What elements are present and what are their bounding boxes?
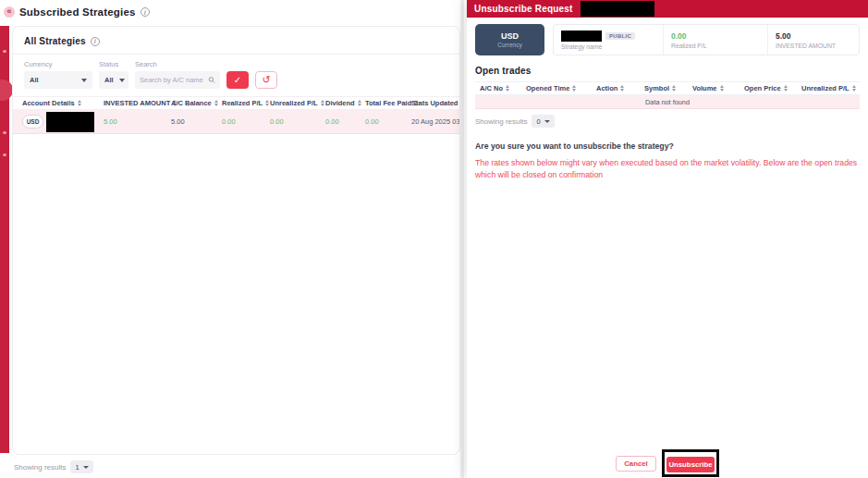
- open-trades-header: A/C No Opened Time Action Symbol Volume …: [475, 81, 860, 95]
- empty-state-text: Data not found: [645, 98, 690, 106]
- unsubscribe-drawer: Unsubscribe Request USD Currency PUBLIC …: [467, 0, 868, 478]
- redacted-strategy-name: [561, 31, 602, 42]
- strategy-summary: USD Currency PUBLIC Strategy name 0.00 R…: [475, 24, 860, 55]
- table-row[interactable]: USD 5.00 5.00 0.00 0.00 0.00 0.00 20 Aug…: [13, 110, 460, 134]
- currency-select[interactable]: All: [24, 71, 92, 89]
- drawer-title: Unsubscribe Request: [474, 4, 573, 14]
- drawer-header: Unsubscribe Request: [467, 0, 868, 18]
- search-label: Search: [135, 60, 220, 68]
- rail-dot: [3, 131, 6, 134]
- strategies-table: Account Details INVESTED AMOUNT A/C Bala…: [13, 96, 460, 134]
- back-icon[interactable]: «: [4, 6, 15, 18]
- redacted-account-name: [46, 112, 94, 132]
- search-icon: [208, 76, 215, 84]
- search-filter: Search: [135, 60, 220, 89]
- open-trades-title: Open trades: [475, 66, 860, 76]
- strategies-table-header: Account Details INVESTED AMOUNT A/C Bala…: [13, 96, 460, 110]
- drawer-showing-results: Showing results 0: [475, 115, 860, 128]
- drawer-results-per-page-select[interactable]: 0: [532, 115, 554, 128]
- status-select[interactable]: All: [99, 71, 128, 89]
- rail-dot: [3, 50, 6, 53]
- currency-value: USD: [501, 31, 519, 41]
- redacted-strategy-name: [581, 1, 654, 17]
- all-strategies-title: All Strategies: [24, 36, 86, 46]
- currency-tile: USD Currency: [475, 24, 544, 55]
- search-box: [135, 71, 220, 89]
- empty-state-row: Data not found: [475, 95, 860, 109]
- col-action[interactable]: Action: [596, 84, 644, 92]
- sort-icon: [852, 85, 856, 92]
- currency-label: Currency: [24, 60, 92, 68]
- sort-icon: [572, 85, 576, 92]
- realized-pl-section: 0.00 Realized P/L: [663, 25, 767, 55]
- page-header: « Subscribed Strategies i: [0, 0, 467, 24]
- showing-results-label: Showing results: [475, 117, 527, 126]
- drawer-footer: Cancel Unsubscribe: [467, 449, 868, 477]
- visibility-badge: PUBLIC: [605, 32, 635, 40]
- search-input[interactable]: [140, 76, 208, 84]
- all-strategies-panel: All Strategies i Currency All Status All: [12, 26, 460, 455]
- cancel-button[interactable]: Cancel: [616, 456, 656, 472]
- currency-label: Currency: [497, 42, 521, 48]
- volatility-warning: The rates shown below might vary when ex…: [475, 157, 867, 182]
- col-account-details[interactable]: Account Details: [22, 99, 104, 107]
- dividend-cell: 0.00: [325, 117, 365, 126]
- total-fee-paid-cell: 0.00: [365, 117, 411, 126]
- currency-badge: USD: [22, 115, 43, 129]
- confirm-question: Are you sure you want to unsubscribe the…: [475, 141, 860, 151]
- sort-icon: [720, 85, 724, 92]
- col-total-fee-paid[interactable]: Total Fee Paid: [365, 99, 411, 107]
- col-open-price[interactable]: Open Price: [744, 84, 801, 92]
- invested-amount-cell: 5.00: [104, 117, 171, 126]
- strategy-summary-card: PUBLIC Strategy name 0.00 Realized P/L 5…: [553, 24, 860, 55]
- sort-icon: [784, 85, 788, 92]
- invested-amount-section: 5.00 INVESTED AMOUNT: [767, 25, 859, 55]
- rail-expand-handle[interactable]: [0, 80, 13, 101]
- apply-filters-button[interactable]: ✓: [226, 71, 249, 89]
- invested-amount-value: 5.00: [776, 31, 851, 41]
- vertical-scrollbar[interactable]: [460, 0, 464, 478]
- col-stats-updated-on[interactable]: Stats Updated On: [411, 99, 460, 107]
- realized-pl-cell: 0.00: [222, 117, 270, 126]
- sort-icon: [620, 85, 624, 92]
- unsubscribe-button[interactable]: Unsubscribe: [666, 457, 715, 472]
- col-volume[interactable]: Volume: [692, 84, 744, 92]
- drawer-body: USD Currency PUBLIC Strategy name 0.00 R…: [467, 18, 868, 478]
- unrealized-pl-cell: 0.00: [270, 117, 325, 126]
- col-ac-no[interactable]: A/C No: [480, 84, 526, 92]
- ac-balance-cell: 5.00: [171, 117, 222, 126]
- click-target-highlight: Unsubscribe: [662, 449, 719, 477]
- rail-dot: [3, 153, 6, 156]
- currency-filter: Currency All: [24, 60, 92, 89]
- invested-amount-label: INVESTED AMOUNT: [776, 43, 851, 49]
- stats-updated-cell: 20 Aug 2025 03:18 AM: [411, 117, 460, 126]
- realized-pl-value: 0.00: [671, 31, 760, 41]
- chevron-down-icon: [83, 466, 89, 469]
- info-icon[interactable]: i: [91, 37, 100, 46]
- left-results-per-page-select[interactable]: 1: [70, 460, 92, 473]
- realized-pl-label: Realized P/L: [671, 43, 760, 49]
- screen: « Subscribed Strategies i All Strategies…: [0, 0, 868, 478]
- filters-bar: Currency All Status All Search: [13, 55, 459, 96]
- chevron-down-icon: [119, 79, 125, 82]
- col-dividend[interactable]: Dividend: [325, 99, 365, 107]
- info-icon[interactable]: i: [141, 7, 150, 17]
- col-ac-balance[interactable]: A/C Balance: [171, 99, 222, 107]
- col-realized-pl[interactable]: Realized P/L: [222, 99, 270, 107]
- col-opened-time[interactable]: Opened Time: [526, 84, 596, 92]
- strategy-name-section: PUBLIC Strategy name: [554, 25, 663, 55]
- reset-filters-button[interactable]: ↺: [255, 71, 277, 89]
- sort-icon: [321, 100, 324, 106]
- status-label: Status: [99, 60, 128, 68]
- sidebar-rail[interactable]: [0, 26, 9, 453]
- col-symbol[interactable]: Symbol: [644, 84, 692, 92]
- page-title: Subscribed Strategies: [19, 6, 136, 18]
- all-strategies-title-row: All Strategies i: [13, 27, 459, 54]
- left-showing-results: Showing results 1: [14, 460, 93, 473]
- sort-icon: [265, 100, 269, 106]
- col-unrealized-pl[interactable]: Unrealized P/L: [270, 99, 325, 107]
- sort-icon: [358, 100, 361, 106]
- col-invested-amount[interactable]: INVESTED AMOUNT: [104, 99, 171, 107]
- chevron-down-icon: [544, 120, 550, 123]
- col-unrealized-pl[interactable]: Unrealized P/L: [801, 84, 864, 92]
